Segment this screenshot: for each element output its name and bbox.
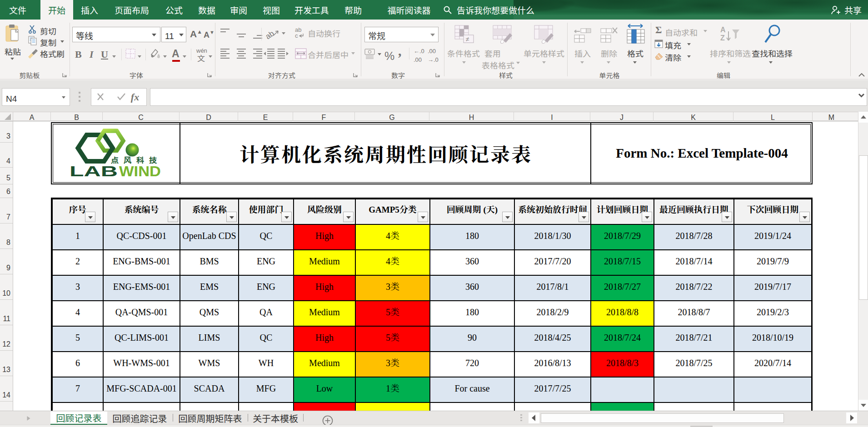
svg-text:c: c — [295, 32, 298, 39]
svg-text:WIND: WIND — [119, 163, 161, 179]
svg-text:A: A — [720, 26, 726, 34]
svg-text:Z: Z — [720, 34, 725, 42]
svg-text:≠: ≠ — [466, 34, 469, 43]
svg-text:LAB: LAB — [70, 163, 118, 179]
svg-text:fx: fx — [131, 91, 139, 103]
